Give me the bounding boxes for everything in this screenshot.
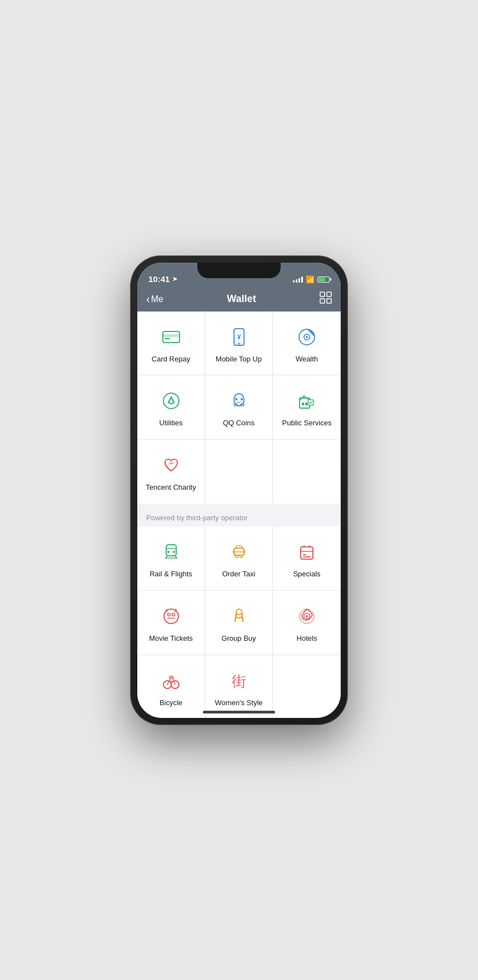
bicycle-label: Bicycle xyxy=(160,698,182,708)
wifi-icon: 📶 xyxy=(306,275,315,284)
svg-rect-26 xyxy=(166,548,176,549)
taxi-icon xyxy=(227,540,251,564)
svg-rect-2 xyxy=(320,299,325,303)
mobile-icon: ¥ xyxy=(227,325,251,349)
qq-icon xyxy=(227,389,251,413)
status-time: 10:41 ➤ xyxy=(148,274,177,284)
specials-icon xyxy=(295,540,319,564)
svg-rect-50 xyxy=(170,676,173,678)
svg-text:¥: ¥ xyxy=(237,333,241,341)
movie-icon xyxy=(159,604,183,629)
order-taxi-item[interactable]: Order Taxi xyxy=(205,526,273,590)
page-title: Wallet xyxy=(227,293,256,305)
movie-tickets-item[interactable]: Movie Tickets xyxy=(137,591,205,655)
card-repay-icon xyxy=(159,325,183,349)
svg-point-13 xyxy=(306,336,308,338)
svg-point-34 xyxy=(240,555,242,558)
svg-rect-21 xyxy=(302,403,304,405)
svg-point-45 xyxy=(236,609,242,615)
group-buy-icon xyxy=(227,604,251,629)
utilities-item[interactable]: Utilities xyxy=(137,375,205,439)
svg-point-33 xyxy=(235,555,238,558)
qq-coins-item[interactable]: QQ Coins xyxy=(205,375,273,439)
wealth-label: Wealth xyxy=(296,355,318,364)
grid-row-3: Tencent Charity xyxy=(137,440,341,504)
tencent-charity-item[interactable]: Tencent Charity xyxy=(137,440,205,504)
back-button[interactable]: ‹ Me xyxy=(146,293,163,305)
grid-row-1: Card Repay ¥ Mobile Top Up xyxy=(137,311,341,376)
empty-cell-1 xyxy=(205,440,273,504)
phone-screen: 10:41 ➤ 📶 ‹ Me Wall xyxy=(137,263,341,718)
hotels-item[interactable]: Hotels xyxy=(273,591,341,655)
specials-label: Specials xyxy=(293,570,320,579)
hotels-label: Hotels xyxy=(297,634,317,644)
phone-frame: 10:41 ➤ 📶 ‹ Me Wall xyxy=(131,256,347,725)
card-repay-item[interactable]: Card Repay xyxy=(137,311,205,375)
wealth-item[interactable]: Wealth xyxy=(273,311,341,375)
wealth-icon xyxy=(295,325,319,349)
third-party-divider: Powered by third-party operator xyxy=(137,508,341,526)
empty-cell-3 xyxy=(273,655,341,718)
svg-point-28 xyxy=(173,551,175,553)
svg-rect-25 xyxy=(166,545,176,556)
public-services-label: Public Services xyxy=(282,419,332,428)
svg-point-47 xyxy=(306,615,308,617)
bicycle-icon xyxy=(159,669,183,693)
utilities-label: Utilities xyxy=(160,419,183,428)
svg-point-44 xyxy=(172,614,175,616)
bicycle-item[interactable]: Bicycle xyxy=(137,655,205,718)
svg-point-27 xyxy=(167,551,170,553)
qq-coins-label: QQ Coins xyxy=(223,419,255,428)
nav-bar: ‹ Me Wallet xyxy=(137,287,341,311)
svg-rect-22 xyxy=(305,403,307,405)
svg-point-10 xyxy=(238,343,240,344)
svg-point-18 xyxy=(235,398,237,401)
womens-icon: 街 xyxy=(227,669,251,693)
third-party-row-1: Rail & Flights xyxy=(137,526,341,591)
movie-tickets-label: Movie Tickets xyxy=(149,634,193,644)
order-taxi-label: Order Taxi xyxy=(222,570,256,579)
third-party-section: Rail & Flights xyxy=(137,526,341,717)
chevron-left-icon: ‹ xyxy=(146,293,150,305)
rail-flights-item[interactable]: Rail & Flights xyxy=(137,526,205,590)
empty-cell-2 xyxy=(273,440,341,504)
svg-point-43 xyxy=(167,614,170,616)
group-buy-label: Group Buy xyxy=(221,634,256,644)
tencent-charity-label: Tencent Charity xyxy=(146,483,196,492)
utilities-icon xyxy=(159,389,183,413)
svg-rect-3 xyxy=(327,299,331,303)
primary-section: Card Repay ¥ Mobile Top Up xyxy=(137,311,341,504)
third-party-row-2: Movie Tickets Group Buy xyxy=(137,591,341,655)
specials-item[interactable]: Specials xyxy=(273,526,341,590)
hotels-icon xyxy=(295,604,319,629)
powered-by-label: Powered by third-party operator xyxy=(146,514,248,522)
womens-style-item[interactable]: 街 Women's Style xyxy=(205,655,273,718)
charity-icon xyxy=(159,453,183,478)
group-buy-item[interactable]: Group Buy xyxy=(205,591,273,655)
svg-rect-5 xyxy=(163,334,180,337)
third-party-row-3: Bicycle 街 Women's Style xyxy=(137,655,341,718)
grid-icon[interactable] xyxy=(320,292,332,306)
status-icons: 📶 xyxy=(293,275,330,284)
svg-rect-0 xyxy=(320,292,325,296)
mobile-topup-label: Mobile Top Up xyxy=(216,355,262,364)
card-repay-label: Card Repay xyxy=(152,355,190,364)
grid-row-2: Utilities xyxy=(137,375,341,440)
svg-point-19 xyxy=(241,398,243,401)
location-icon: ➤ xyxy=(172,275,177,283)
scroll-content[interactable]: Card Repay ¥ Mobile Top Up xyxy=(137,311,341,718)
signal-icon xyxy=(293,276,303,283)
home-indicator xyxy=(203,711,275,713)
public-services-item[interactable]: Public Services xyxy=(273,375,341,439)
back-label: Me xyxy=(151,294,163,304)
public-icon xyxy=(295,389,319,413)
svg-rect-1 xyxy=(327,292,331,296)
womens-style-label: Women's Style xyxy=(215,698,262,708)
battery-icon xyxy=(317,277,330,283)
notch xyxy=(197,263,281,278)
train-icon xyxy=(159,540,183,564)
svg-text:街: 街 xyxy=(232,674,246,690)
mobile-topup-item[interactable]: ¥ Mobile Top Up xyxy=(205,311,273,375)
svg-point-14 xyxy=(163,393,179,409)
rail-flights-label: Rail & Flights xyxy=(150,570,192,579)
